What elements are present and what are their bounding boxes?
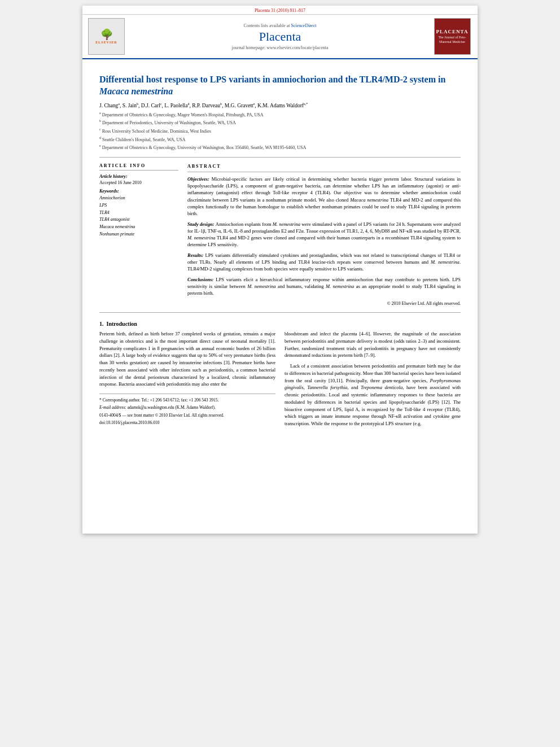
journal-homepage: journal homepage: www.elsevier.com/locat… xyxy=(133,45,427,50)
affiliation-c: c Ross University School of Medicine, Do… xyxy=(99,127,461,135)
keywords-list: Amniochorion LPS TLR4 TLR4 antagonist Ma… xyxy=(99,195,178,238)
elsevier-badge: 🌳 ELSEVIER xyxy=(88,18,125,55)
section-title-text: Introduction xyxy=(107,321,137,327)
journal-logo-right: PLACENTA The Journal of Feto-Maternal Me… xyxy=(432,18,472,55)
issn-line: 0143-4004/$ — see front matter © 2010 El… xyxy=(99,412,275,418)
keyword-6: Nonhuman primate xyxy=(99,231,178,238)
sciencedirect-text: Contents lists available at xyxy=(244,23,290,28)
elsevier-tree-icon: 🌳 xyxy=(100,29,113,40)
footnote-email: E-mail address: adamsk@u.washington.edu … xyxy=(99,404,275,410)
intro-col-right: bloodstream and infect the placenta [4–6… xyxy=(285,330,461,431)
article-info: ARTICLE INFO Article history: Accepted 1… xyxy=(99,163,178,307)
intro-body: Preterm birth, defined as birth before 3… xyxy=(99,330,461,431)
authors: J. Changa, S. Jainb, D.J. Carlc, L. Paol… xyxy=(99,102,461,108)
abstract: ABSTRACT Objectives: Microbial-specific … xyxy=(187,163,461,307)
keyword-4: TLR4 antagonist xyxy=(99,216,178,224)
abstract-header: ABSTRACT xyxy=(187,163,461,172)
intro-para-r1: bloodstream and infect the placenta [4–6… xyxy=(285,330,461,359)
elsevier-label: ELSEVIER xyxy=(95,41,117,44)
journal-header: 🌳 ELSEVIER Contents lists available at S… xyxy=(82,15,478,59)
info-abstract-section: ARTICLE INFO Article history: Accepted 1… xyxy=(99,163,461,307)
abstract-study-design-title: Study design: xyxy=(187,221,216,227)
affiliation-a: a Department of Obstetrics & Gynecology,… xyxy=(99,111,461,119)
footnote-corresponding: * Corresponding author. Tel.: +1 206 543… xyxy=(99,397,275,403)
article-body: Differential host response to LPS varian… xyxy=(82,59,478,442)
affiliation-d: d Seattle Children's Hospital, Seattle, … xyxy=(99,136,461,143)
article-title: Differential host response to LPS varian… xyxy=(99,74,461,98)
placenta-badge: PLACENTA The Journal of Feto-Maternal Me… xyxy=(434,18,471,55)
abstract-conclusions: Conclusions: LPS variants elicit a hiera… xyxy=(187,276,461,297)
intro-section-title: 1. Introduction xyxy=(99,321,461,327)
page: Placenta 31 (2010) 811–817 🌳 ELSEVIER Co… xyxy=(82,6,478,534)
keyword-2: LPS xyxy=(99,202,178,209)
journal-title: Placenta xyxy=(133,29,427,44)
elsevier-logo-area: 🌳 ELSEVIER xyxy=(88,18,128,55)
citation-text: Placenta 31 (2010) 811–817 xyxy=(255,8,305,13)
abstract-results: Results: LPS variants differentially sti… xyxy=(187,252,461,273)
history-label: Article history: xyxy=(99,174,178,179)
footnote-area: * Corresponding author. Tel.: +1 206 543… xyxy=(99,394,275,426)
section-number: 1. xyxy=(99,321,104,327)
affiliations: a Department of Obstetrics & Gynecology,… xyxy=(99,111,461,151)
accepted-date: Accepted 16 June 2010 xyxy=(99,180,178,185)
intro-para-1: Preterm birth, defined as birth before 3… xyxy=(99,330,275,388)
keywords-label: Keywords: xyxy=(99,189,178,194)
intro-para-r2: Lack of a consistent association between… xyxy=(285,362,461,427)
abstract-objectives-title: Objectives: xyxy=(187,176,212,182)
abstract-study-design: Study design: Amniochorion explants from… xyxy=(187,221,461,248)
sciencedirect-line: Contents lists available at ScienceDirec… xyxy=(133,23,427,28)
affiliation-b: b Department of Periodontics, University… xyxy=(99,119,461,126)
placenta-badge-title: PLACENTA xyxy=(436,29,469,34)
copyright: © 2010 Elsevier Ltd. All rights reserved… xyxy=(187,300,461,307)
abstract-results-title: Results: xyxy=(187,252,205,258)
affiliation-e: e Department of Obstetrics & Gynecology,… xyxy=(99,143,461,151)
article-info-header: ARTICLE INFO xyxy=(99,163,178,171)
keyword-3: TLR4 xyxy=(99,209,178,217)
keyword-5: Macaca nemestrina xyxy=(99,224,178,231)
journal-center: Contents lists available at ScienceDirec… xyxy=(133,23,427,50)
keyword-1: Amniochorion xyxy=(99,195,178,202)
intro-col-left: Preterm birth, defined as birth before 3… xyxy=(99,330,275,431)
doi-line: doi:10.1016/j.placenta.2010.06.010 xyxy=(99,420,275,426)
abstract-objectives: Objectives: Microbial-specific factors a… xyxy=(187,176,461,217)
divider-2 xyxy=(99,312,461,313)
abstract-conclusions-title: Conclusions: xyxy=(187,277,216,282)
divider xyxy=(99,157,461,158)
sciencedirect-link[interactable]: ScienceDirect xyxy=(291,23,317,28)
placenta-badge-subtitle: The Journal of Feto-Maternal Medicine xyxy=(435,36,470,45)
journal-citation: Placenta 31 (2010) 811–817 xyxy=(82,6,478,15)
